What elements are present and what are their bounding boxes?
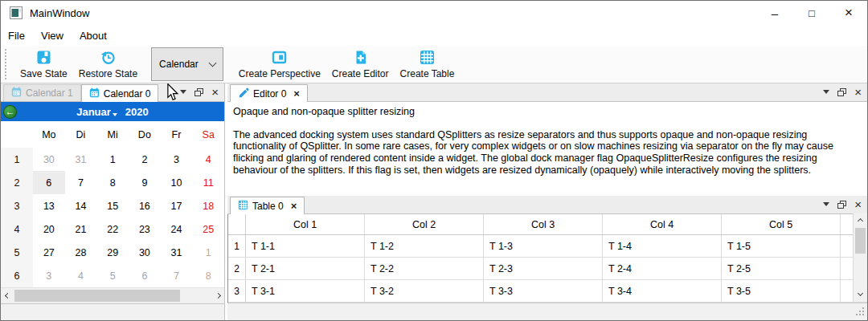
calendar-day-cell[interactable]: 23 (129, 217, 161, 241)
close-icon[interactable]: × (211, 86, 219, 98)
calendar-day-cell[interactable]: 8 (192, 264, 224, 287)
calendar-day-cell[interactable]: 31 (161, 241, 193, 264)
toolbar-drag-handle[interactable] (5, 49, 9, 79)
table-cell[interactable]: T 1-1 (246, 235, 365, 257)
table-column-header[interactable]: Col 3 (484, 214, 603, 234)
chevron-down-icon[interactable] (823, 202, 829, 206)
table-cell[interactable]: T 1-2 (365, 235, 484, 257)
calendar-day-cell[interactable]: 22 (96, 217, 129, 241)
chevron-down-icon[interactable] (823, 90, 829, 94)
scrollbar-thumb[interactable] (855, 228, 866, 254)
calendar-day-cell[interactable]: 7 (65, 171, 97, 194)
table-cell[interactable]: T 2-1 (246, 258, 365, 279)
calendar-day-cell[interactable]: 4 (192, 148, 224, 171)
calendar-day-cell[interactable]: 1 (96, 148, 129, 171)
float-restore-icon[interactable] (837, 88, 846, 96)
close-icon[interactable]: × (854, 198, 862, 210)
calendar-day-cell[interactable]: 11 (192, 171, 224, 194)
table-cell[interactable]: T 3-4 (603, 280, 722, 302)
tab-close-icon[interactable]: × (293, 88, 300, 99)
table-cell[interactable]: T 2-5 (722, 258, 841, 279)
calendar-day-cell[interactable]: 6 (129, 264, 161, 287)
float-restore-icon[interactable] (194, 88, 203, 96)
calendar-day-cell[interactable]: 3 (161, 148, 193, 171)
table-column-header[interactable]: Col 2 (365, 214, 484, 234)
scrollbar-thumb[interactable] (14, 290, 180, 302)
close-icon[interactable]: × (854, 86, 862, 98)
table-row-header[interactable]: 3 (228, 280, 246, 302)
calendar-day-cell[interactable]: 18 (192, 194, 224, 217)
calendar-day-cell[interactable]: 3 (33, 264, 65, 287)
tab-calendar-0[interactable]: Calendar 0 (81, 84, 159, 102)
calendar-day-cell[interactable]: 30 (33, 148, 65, 171)
calendar-day-cell[interactable]: 1 (192, 241, 224, 264)
previous-month-button[interactable]: ← (3, 105, 17, 119)
close-button[interactable]: × (830, 1, 867, 25)
tab-table-0[interactable]: Table 0 × (230, 197, 305, 214)
calendar-day-cell[interactable]: 16 (129, 194, 161, 217)
table-cell[interactable]: T 3-3 (484, 280, 603, 302)
menu-item-about[interactable]: About (72, 25, 115, 46)
calendar-day-cell[interactable]: 8 (96, 171, 129, 194)
create-perspective-button[interactable]: Create Perspective (233, 48, 326, 81)
table-row-header[interactable]: 1 (228, 235, 246, 257)
table-cell[interactable]: T 2-3 (484, 258, 603, 279)
table-column-header[interactable]: Col 1 (246, 214, 365, 234)
calendar-day-cell[interactable]: 25 (192, 217, 224, 241)
table-cell[interactable]: T 3-5 (722, 280, 841, 302)
calendar-day-cell[interactable]: 15 (96, 194, 129, 217)
table-vertical-scrollbar[interactable] (853, 213, 867, 302)
scroll-right-icon[interactable] (211, 294, 224, 298)
table-row-header[interactable]: 2 (228, 258, 246, 279)
float-restore-icon[interactable] (837, 201, 846, 209)
month-dropdown[interactable]: Januar (76, 106, 117, 118)
table-cell[interactable]: T 1-5 (722, 235, 841, 257)
calendar-day-cell[interactable]: 4 (65, 264, 97, 287)
table-cell[interactable]: T 2-2 (365, 258, 484, 279)
calendar-day-cell[interactable]: 6 (33, 171, 65, 194)
table-cell[interactable]: T 3-1 (246, 280, 365, 302)
calendar-day-cell[interactable]: 13 (33, 194, 65, 217)
menu-item-file[interactable]: File (1, 25, 33, 46)
create-table-button[interactable]: Create Table (395, 48, 461, 81)
save-state-button[interactable]: Save State (14, 48, 73, 81)
scroll-up-icon[interactable] (854, 214, 867, 227)
table-cell[interactable]: T 3-2 (365, 280, 484, 302)
table-cell[interactable]: T 2-4 (603, 258, 722, 279)
minimize-button[interactable]: – (756, 1, 793, 28)
calendar-horizontal-scrollbar[interactable] (1, 287, 224, 303)
tab-calendar-1[interactable]: Calendar 1 (3, 84, 81, 101)
tab-close-icon[interactable]: × (291, 201, 297, 211)
calendar-day-cell[interactable]: 28 (65, 241, 97, 264)
calendar-day-cell[interactable]: 30 (129, 241, 161, 264)
editor-content[interactable]: Opaque and non-opaque splitter resizing … (227, 102, 867, 193)
scroll-left-icon[interactable] (1, 294, 14, 298)
table-cell[interactable]: T 1-3 (484, 235, 603, 257)
table-column-header[interactable]: Col 4 (603, 214, 722, 234)
calendar-day-cell[interactable]: 21 (65, 217, 97, 241)
calendar-day-cell[interactable]: 14 (65, 194, 97, 217)
table-cell[interactable]: T 1-4 (603, 235, 722, 257)
size-grip-icon[interactable] (855, 305, 865, 319)
year-label[interactable]: 2020 (125, 106, 149, 118)
calendar-day-cell[interactable]: 27 (33, 241, 65, 264)
calendar-day-cell[interactable]: 31 (65, 148, 97, 171)
calendar-day-cell[interactable]: 9 (129, 171, 161, 194)
tab-editor-0[interactable]: Editor 0 × (230, 84, 308, 102)
menu-item-view[interactable]: View (33, 25, 72, 46)
calendar-day-cell[interactable]: 24 (161, 217, 193, 241)
chevron-down-icon[interactable] (180, 90, 186, 94)
calendar-day-cell[interactable]: 17 (161, 194, 193, 217)
maximize-button[interactable]: □ (793, 1, 830, 25)
table-column-header[interactable]: Col 5 (722, 214, 841, 234)
scroll-down-icon[interactable] (854, 288, 867, 301)
restore-state-button[interactable]: Restore State (73, 48, 143, 81)
perspective-combobox[interactable]: Calendar (151, 47, 223, 81)
create-editor-button[interactable]: Create Editor (326, 48, 395, 81)
calendar-day-cell[interactable]: 10 (161, 171, 193, 194)
calendar-day-cell[interactable]: 2 (129, 148, 161, 171)
calendar-day-cell[interactable]: 29 (96, 241, 129, 264)
calendar-day-cell[interactable]: 5 (96, 264, 129, 287)
calendar-day-cell[interactable]: 20 (33, 217, 65, 241)
calendar-day-cell[interactable]: 7 (161, 264, 193, 287)
